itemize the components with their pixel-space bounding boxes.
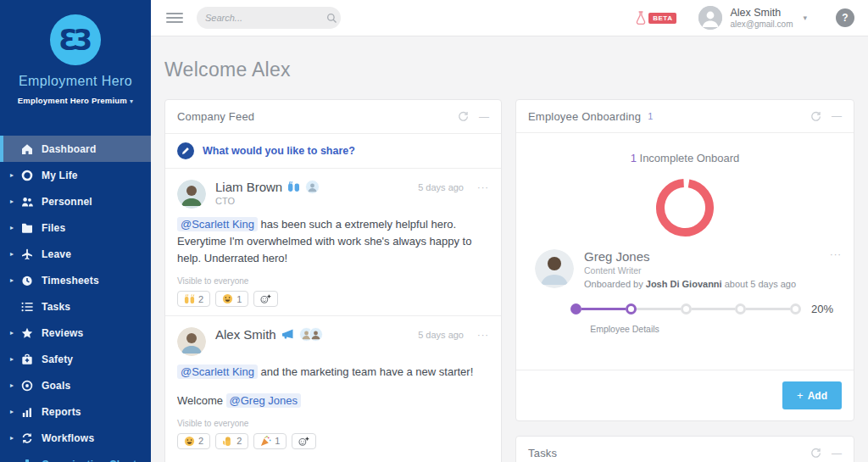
reaction-pill[interactable]: 1 xyxy=(215,291,248,307)
sidebar-item-label: Organisation Chart xyxy=(42,459,136,462)
post-visibility: Visible to everyone xyxy=(177,276,489,286)
collapse-icon[interactable]: — xyxy=(832,448,842,459)
caret-down-icon: ▾ xyxy=(130,97,133,105)
target-icon xyxy=(20,379,33,392)
caret-right-icon: ▸ xyxy=(10,171,20,179)
employee-onboarding-card: Employee Onboarding 1 — 1 Incomplete Onb… xyxy=(515,99,854,421)
reaction-pill[interactable]: 2 xyxy=(177,291,210,307)
beta-badge: BETA xyxy=(648,13,676,24)
post-more-icon[interactable]: ··· xyxy=(477,182,489,192)
sidebar-item-label: Leave xyxy=(42,248,71,260)
caret-right-icon: ▸ xyxy=(10,250,20,258)
mention-link[interactable]: @Scarlett King xyxy=(177,365,258,379)
company-feed-card: Company Feed — What would you like to sh… xyxy=(164,99,502,462)
high-five-icon xyxy=(287,181,300,193)
post-author-avatar[interactable] xyxy=(177,180,206,209)
add-reaction-button[interactable] xyxy=(292,433,316,449)
collapse-icon[interactable]: — xyxy=(479,112,489,122)
clock-icon xyxy=(20,274,33,287)
brand-block: 3 3 Employment Hero Employment Hero Prem… xyxy=(0,0,151,105)
star-icon xyxy=(20,326,33,339)
caret-right-icon: ▸ xyxy=(10,329,20,337)
step-dot xyxy=(735,303,746,314)
brand-plan-label: Employment Hero Premium xyxy=(18,96,127,105)
onboarding-count: 1 xyxy=(648,111,653,121)
reaction-pill[interactable]: 1 xyxy=(253,433,287,449)
smiley-emoji xyxy=(184,436,195,447)
help-button[interactable]: ? xyxy=(836,8,854,27)
party-popper-emoji xyxy=(260,436,271,447)
user-menu[interactable]: Alex Smith alex@gmail.com ▾ xyxy=(698,6,807,30)
caret-right-icon: ▸ xyxy=(10,224,20,231)
sidebar-item-label: Reviews xyxy=(42,327,83,339)
caret-right-icon: ▸ xyxy=(10,381,20,389)
sidebar-item-label: Timesheets xyxy=(42,275,99,287)
sidebar-item-label: Personnel xyxy=(42,196,92,208)
home-icon xyxy=(20,142,33,155)
post-more-icon[interactable]: ··· xyxy=(477,330,489,340)
collapse-icon[interactable]: — xyxy=(832,111,842,121)
post-body: @Scarlett King and the marketing team ha… xyxy=(177,364,489,409)
onboard-person-avatar[interactable] xyxy=(535,249,574,288)
onboarded-by-line: Onboarded by Josh Di Giovanni about 5 da… xyxy=(584,279,830,289)
reaction-pill[interactable]: 2 xyxy=(177,433,210,449)
sidebar-item-reviews[interactable]: ▸ Reviews xyxy=(0,320,151,346)
onboard-person-name[interactable]: Greg Jones xyxy=(584,249,830,264)
post-text: Welcome xyxy=(177,394,226,407)
onboarding-summary: 1 Incomplete Onboard xyxy=(516,152,854,164)
current-step-label: Employee Details xyxy=(589,323,660,337)
svg-text:3: 3 xyxy=(73,24,92,57)
search-box xyxy=(197,7,341,29)
mention-link[interactable]: @Greg Jones xyxy=(226,393,301,408)
sidebar-item-leave[interactable]: ▸ Leave xyxy=(0,241,151,267)
person-more-icon[interactable]: ··· xyxy=(830,249,842,289)
sidebar-item-files[interactable]: ▸ Files xyxy=(0,214,151,241)
sidebar-item-personnel[interactable]: ▸ Personnel xyxy=(0,188,151,214)
sidebar-item-dashboard[interactable]: Dashboard xyxy=(0,136,151,162)
add-reaction-button[interactable] xyxy=(253,291,278,307)
refresh-icon[interactable] xyxy=(458,111,469,122)
sidebar-item-reports[interactable]: ▸ Reports xyxy=(0,398,151,425)
mention-link[interactable]: @Scarlett King xyxy=(177,217,258,231)
post-author-name[interactable]: Liam Brown xyxy=(215,180,282,194)
hamburger-menu-icon[interactable] xyxy=(166,13,183,23)
employment-hero-logo: 3 3 xyxy=(49,14,102,66)
sidebar-item-goals[interactable]: ▸ Goals xyxy=(0,372,151,398)
search-input[interactable] xyxy=(205,13,326,23)
raised-hands-emoji xyxy=(184,293,195,304)
caret-down-icon: ▾ xyxy=(803,14,807,22)
post-timestamp: 5 days ago xyxy=(418,330,464,340)
add-onboard-button[interactable]: + Add xyxy=(782,381,842,409)
refresh-icon[interactable] xyxy=(810,111,821,122)
user-name: Alex Smith xyxy=(730,7,793,19)
progress-percent: 20% xyxy=(811,303,833,315)
sidebar-item-label: Safety xyxy=(42,353,73,365)
right-column: Employee Onboarding 1 — 1 Incomplete Onb… xyxy=(515,99,854,462)
caret-right-icon: ▸ xyxy=(10,434,20,442)
sidebar-item-timesheets[interactable]: ▸ Timesheets xyxy=(0,267,151,293)
sidebar-item-label: Goals xyxy=(42,380,70,392)
sidebar-item-organisation-chart[interactable]: Organisation Chart xyxy=(0,451,151,462)
post-timestamp: 5 days ago xyxy=(418,182,464,192)
bar-chart-icon xyxy=(20,405,33,418)
compose-pencil-icon xyxy=(177,142,194,159)
caret-right-icon: ▸ xyxy=(10,355,20,363)
sidebar-item-safety[interactable]: ▸ Safety xyxy=(0,346,151,372)
share-prompt-row[interactable]: What would you like to share? xyxy=(165,133,501,168)
refresh-icon[interactable] xyxy=(810,448,821,459)
add-button-label: Add xyxy=(808,390,827,402)
reaction-pill[interactable]: 2 xyxy=(215,433,248,449)
post-author-name[interactable]: Alex Smith xyxy=(215,327,276,342)
feed-post: Alex Smith 5 days ago ··· xyxy=(165,315,501,457)
megaphone-icon xyxy=(281,328,294,341)
sidebar-item-label: My Life xyxy=(42,170,78,181)
post-author-avatar[interactable] xyxy=(177,327,206,356)
dashboard-content: Welcome Alex Company Feed — xyxy=(151,36,868,462)
beta-feature-toggle[interactable]: BETA xyxy=(635,11,676,25)
onboarded-by-name: Josh Di Giovanni xyxy=(646,279,722,289)
onboard-person-role: Content Writer xyxy=(584,265,830,276)
sidebar-item-my-life[interactable]: ▸ My Life xyxy=(0,162,151,188)
brand-plan-selector[interactable]: Employment Hero Premium▾ xyxy=(0,96,151,105)
sidebar-item-tasks[interactable]: Tasks xyxy=(0,293,151,320)
sidebar-item-workflows[interactable]: ▸ Workflows xyxy=(0,425,151,451)
